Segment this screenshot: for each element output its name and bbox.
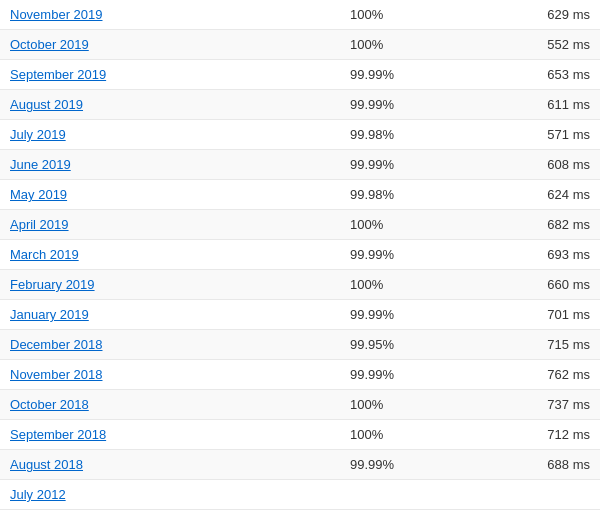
month-link[interactable]: June 2019 — [10, 157, 71, 172]
response-value: 608 ms — [480, 157, 590, 172]
uptime-value: 100% — [350, 427, 480, 442]
response-value: 688 ms — [480, 457, 590, 472]
month-link[interactable]: May 2019 — [10, 187, 67, 202]
response-value: 701 ms — [480, 307, 590, 322]
month-link[interactable]: July 2012 — [10, 487, 66, 502]
table-row: November 2019100%629 ms — [0, 0, 600, 30]
table-row: June 201999.99%608 ms — [0, 150, 600, 180]
uptime-value: 99.99% — [350, 157, 480, 172]
uptime-value: 99.98% — [350, 127, 480, 142]
month-link[interactable]: January 2019 — [10, 307, 89, 322]
table-row: February 2019100%660 ms — [0, 270, 600, 300]
table-row: July 201999.98%571 ms — [0, 120, 600, 150]
table-row: October 2018100%737 ms — [0, 390, 600, 420]
response-value: 653 ms — [480, 67, 590, 82]
response-value: 624 ms — [480, 187, 590, 202]
month-link[interactable]: April 2019 — [10, 217, 69, 232]
month-link[interactable]: September 2019 — [10, 67, 106, 82]
uptime-value: 99.99% — [350, 457, 480, 472]
month-link[interactable]: December 2018 — [10, 337, 103, 352]
response-value: 611 ms — [480, 97, 590, 112]
response-value: 762 ms — [480, 367, 590, 382]
response-value: 629 ms — [480, 7, 590, 22]
uptime-value: 99.99% — [350, 307, 480, 322]
uptime-value: 100% — [350, 277, 480, 292]
response-value: 682 ms — [480, 217, 590, 232]
uptime-value: 99.99% — [350, 97, 480, 112]
table-row: September 201999.99%653 ms — [0, 60, 600, 90]
month-link[interactable]: November 2019 — [10, 7, 103, 22]
uptime-value: 100% — [350, 7, 480, 22]
table-row: May 201999.98%624 ms — [0, 180, 600, 210]
response-value: 693 ms — [480, 247, 590, 262]
response-value: 712 ms — [480, 427, 590, 442]
uptime-value: 99.98% — [350, 187, 480, 202]
table-row: April 2019100%682 ms — [0, 210, 600, 240]
month-link[interactable]: July 2019 — [10, 127, 66, 142]
response-value: 660 ms — [480, 277, 590, 292]
table-row: August 201999.99%611 ms — [0, 90, 600, 120]
table-row: November 201899.99%762 ms — [0, 360, 600, 390]
month-link[interactable]: September 2018 — [10, 427, 106, 442]
month-link[interactable]: February 2019 — [10, 277, 95, 292]
table-row: October 2019100%552 ms — [0, 30, 600, 60]
uptime-value: 100% — [350, 397, 480, 412]
uptime-value: 99.95% — [350, 337, 480, 352]
response-value: 571 ms — [480, 127, 590, 142]
month-link[interactable]: October 2018 — [10, 397, 89, 412]
response-value: 552 ms — [480, 37, 590, 52]
uptime-value: 99.99% — [350, 67, 480, 82]
table-row: August 201899.99%688 ms — [0, 450, 600, 480]
uptime-value: 100% — [350, 37, 480, 52]
table-row: January 201999.99%701 ms — [0, 300, 600, 330]
response-value: 737 ms — [480, 397, 590, 412]
month-link[interactable]: October 2019 — [10, 37, 89, 52]
table-row: September 2018100%712 ms — [0, 420, 600, 450]
month-link[interactable]: August 2018 — [10, 457, 83, 472]
uptime-value: 100% — [350, 217, 480, 232]
uptime-value: 99.99% — [350, 247, 480, 262]
uptime-table: November 2019100%629 msOctober 2019100%5… — [0, 0, 600, 510]
response-value: 715 ms — [480, 337, 590, 352]
uptime-value: 99.99% — [350, 367, 480, 382]
table-row: July 2012 — [0, 480, 600, 510]
month-link[interactable]: August 2019 — [10, 97, 83, 112]
table-row: December 201899.95%715 ms — [0, 330, 600, 360]
month-link[interactable]: March 2019 — [10, 247, 79, 262]
table-row: March 201999.99%693 ms — [0, 240, 600, 270]
month-link[interactable]: November 2018 — [10, 367, 103, 382]
